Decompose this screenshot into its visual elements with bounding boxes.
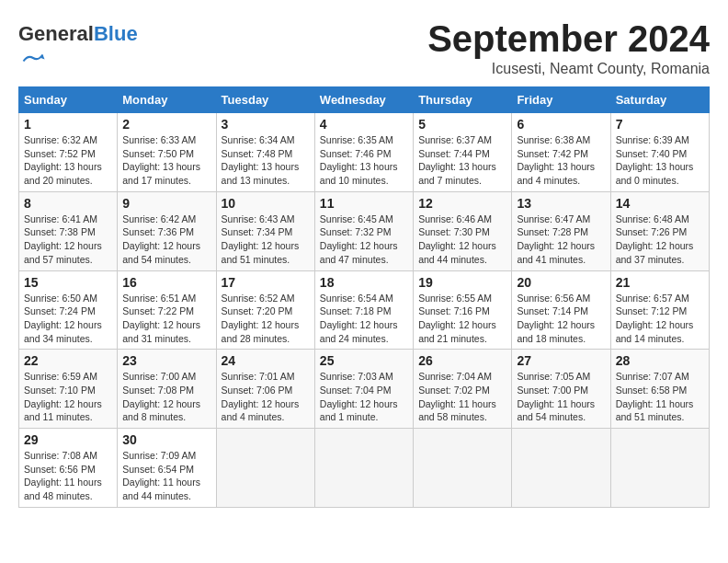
day-info: Sunrise: 6:59 AM Sunset: 7:10 PM Dayligh… xyxy=(24,370,112,424)
day-info: Sunrise: 6:54 AM Sunset: 7:18 PM Dayligh… xyxy=(320,292,408,346)
day-number: 16 xyxy=(122,275,210,290)
day-info: Sunrise: 6:42 AM Sunset: 7:36 PM Dayligh… xyxy=(122,213,210,267)
calendar-table: Sunday Monday Tuesday Wednesday Thursday… xyxy=(18,86,710,508)
day-info: Sunrise: 7:05 AM Sunset: 7:00 PM Dayligh… xyxy=(517,370,605,424)
day-info: Sunrise: 7:01 AM Sunset: 7:06 PM Dayligh… xyxy=(222,370,310,424)
table-cell: 7Sunrise: 6:39 AM Sunset: 7:40 PM Daylig… xyxy=(610,113,709,192)
table-cell: 8Sunrise: 6:41 AM Sunset: 7:38 PM Daylig… xyxy=(19,191,118,270)
logo-general-text: General xyxy=(18,22,94,45)
table-cell: 23Sunrise: 7:00 AM Sunset: 7:08 PM Dayli… xyxy=(118,350,216,429)
table-cell: 15Sunrise: 6:50 AM Sunset: 7:24 PM Dayli… xyxy=(19,270,118,350)
table-cell: 27Sunrise: 7:05 AM Sunset: 7:00 PM Dayli… xyxy=(512,350,610,429)
table-cell: 9Sunrise: 6:42 AM Sunset: 7:36 PM Daylig… xyxy=(118,191,216,270)
day-info: Sunrise: 6:57 AM Sunset: 7:12 PM Dayligh… xyxy=(616,292,704,346)
month-title: September 2024 xyxy=(427,18,710,59)
day-info: Sunrise: 6:35 AM Sunset: 7:46 PM Dayligh… xyxy=(320,133,408,188)
day-number: 24 xyxy=(222,353,310,368)
day-number: 27 xyxy=(517,353,605,368)
table-cell: 11Sunrise: 6:45 AM Sunset: 7:32 PM Dayli… xyxy=(314,191,413,270)
day-number: 11 xyxy=(320,196,408,211)
table-cell: 20Sunrise: 6:56 AM Sunset: 7:14 PM Dayli… xyxy=(512,270,610,350)
day-number: 29 xyxy=(24,432,112,447)
day-number: 30 xyxy=(122,432,210,447)
day-number: 18 xyxy=(320,275,408,290)
col-tuesday: Tuesday xyxy=(216,87,314,113)
day-number: 14 xyxy=(616,196,704,211)
day-info: Sunrise: 7:04 AM Sunset: 7:02 PM Dayligh… xyxy=(418,370,506,424)
table-cell xyxy=(314,429,413,508)
table-cell: 10Sunrise: 6:43 AM Sunset: 7:34 PM Dayli… xyxy=(216,191,314,270)
table-cell: 3Sunrise: 6:34 AM Sunset: 7:48 PM Daylig… xyxy=(216,113,314,192)
table-cell: 25Sunrise: 7:03 AM Sunset: 7:04 PM Dayli… xyxy=(314,350,413,429)
table-cell xyxy=(512,429,610,508)
table-cell: 26Sunrise: 7:04 AM Sunset: 7:02 PM Dayli… xyxy=(414,350,512,429)
day-number: 22 xyxy=(24,353,112,368)
day-number: 6 xyxy=(517,117,605,132)
table-cell: 2Sunrise: 6:33 AM Sunset: 7:50 PM Daylig… xyxy=(118,113,216,192)
table-cell: 6Sunrise: 6:38 AM Sunset: 7:42 PM Daylig… xyxy=(512,113,610,192)
table-cell: 30Sunrise: 7:09 AM Sunset: 6:54 PM Dayli… xyxy=(118,429,216,508)
col-sunday: Sunday xyxy=(19,87,118,113)
day-number: 10 xyxy=(222,196,310,211)
day-number: 20 xyxy=(517,275,605,290)
table-cell: 5Sunrise: 6:37 AM Sunset: 7:44 PM Daylig… xyxy=(414,113,512,192)
col-friday: Friday xyxy=(512,87,610,113)
table-cell xyxy=(216,429,314,508)
week-row-4: 22Sunrise: 6:59 AM Sunset: 7:10 PM Dayli… xyxy=(19,350,710,429)
day-number: 9 xyxy=(122,196,210,211)
day-number: 4 xyxy=(320,117,408,132)
day-info: Sunrise: 6:43 AM Sunset: 7:34 PM Dayligh… xyxy=(222,213,310,267)
table-cell: 4Sunrise: 6:35 AM Sunset: 7:46 PM Daylig… xyxy=(314,113,413,192)
day-info: Sunrise: 6:46 AM Sunset: 7:30 PM Dayligh… xyxy=(418,213,506,267)
day-info: Sunrise: 6:32 AM Sunset: 7:52 PM Dayligh… xyxy=(24,133,112,188)
day-number: 5 xyxy=(418,117,506,132)
day-info: Sunrise: 6:50 AM Sunset: 7:24 PM Dayligh… xyxy=(24,292,112,346)
table-cell: 14Sunrise: 6:48 AM Sunset: 7:26 PM Dayli… xyxy=(610,191,709,270)
table-cell: 29Sunrise: 7:08 AM Sunset: 6:56 PM Dayli… xyxy=(19,429,118,508)
table-cell: 13Sunrise: 6:47 AM Sunset: 7:28 PM Dayli… xyxy=(512,191,610,270)
table-cell: 28Sunrise: 7:07 AM Sunset: 6:58 PM Dayli… xyxy=(610,350,709,429)
day-number: 15 xyxy=(24,275,112,290)
day-info: Sunrise: 7:07 AM Sunset: 6:58 PM Dayligh… xyxy=(616,370,704,424)
title-area: September 2024 Icusesti, Neamt County, R… xyxy=(427,18,710,77)
day-info: Sunrise: 6:48 AM Sunset: 7:26 PM Dayligh… xyxy=(616,213,704,267)
table-cell: 18Sunrise: 6:54 AM Sunset: 7:18 PM Dayli… xyxy=(314,270,413,350)
col-wednesday: Wednesday xyxy=(314,87,413,113)
day-number: 3 xyxy=(222,117,310,132)
day-number: 13 xyxy=(517,196,605,211)
table-cell: 22Sunrise: 6:59 AM Sunset: 7:10 PM Dayli… xyxy=(19,350,118,429)
day-info: Sunrise: 7:03 AM Sunset: 7:04 PM Dayligh… xyxy=(320,370,408,424)
table-cell xyxy=(414,429,512,508)
logo: GeneralBlue xyxy=(18,23,138,75)
location-subtitle: Icusesti, Neamt County, Romania xyxy=(427,61,710,77)
day-number: 17 xyxy=(222,275,310,290)
day-info: Sunrise: 6:47 AM Sunset: 7:28 PM Dayligh… xyxy=(517,213,605,267)
day-number: 26 xyxy=(418,353,506,368)
table-cell: 21Sunrise: 6:57 AM Sunset: 7:12 PM Dayli… xyxy=(610,270,709,350)
day-number: 8 xyxy=(24,196,112,211)
table-cell: 17Sunrise: 6:52 AM Sunset: 7:20 PM Dayli… xyxy=(216,270,314,350)
table-cell xyxy=(610,429,709,508)
day-info: Sunrise: 6:38 AM Sunset: 7:42 PM Dayligh… xyxy=(517,133,605,188)
day-number: 7 xyxy=(616,117,704,132)
day-number: 2 xyxy=(122,117,210,132)
table-cell: 12Sunrise: 6:46 AM Sunset: 7:30 PM Dayli… xyxy=(414,191,512,270)
table-cell: 16Sunrise: 6:51 AM Sunset: 7:22 PM Dayli… xyxy=(118,270,216,350)
day-number: 25 xyxy=(320,353,408,368)
day-info: Sunrise: 7:08 AM Sunset: 6:56 PM Dayligh… xyxy=(24,449,112,503)
day-number: 23 xyxy=(122,353,210,368)
day-info: Sunrise: 6:55 AM Sunset: 7:16 PM Dayligh… xyxy=(418,292,506,346)
week-row-1: 1Sunrise: 6:32 AM Sunset: 7:52 PM Daylig… xyxy=(19,113,710,192)
header: GeneralBlue September 2024 Icusesti, Nea… xyxy=(18,18,710,77)
col-thursday: Thursday xyxy=(414,87,512,113)
day-info: Sunrise: 6:34 AM Sunset: 7:48 PM Dayligh… xyxy=(222,133,310,188)
day-number: 1 xyxy=(24,117,112,132)
logo-icon xyxy=(20,45,46,71)
day-number: 19 xyxy=(418,275,506,290)
day-info: Sunrise: 7:09 AM Sunset: 6:54 PM Dayligh… xyxy=(122,449,210,503)
day-info: Sunrise: 7:00 AM Sunset: 7:08 PM Dayligh… xyxy=(122,370,210,424)
calendar-header-row: Sunday Monday Tuesday Wednesday Thursday… xyxy=(19,87,710,113)
day-info: Sunrise: 6:52 AM Sunset: 7:20 PM Dayligh… xyxy=(222,292,310,346)
week-row-5: 29Sunrise: 7:08 AM Sunset: 6:56 PM Dayli… xyxy=(19,429,710,508)
day-info: Sunrise: 6:33 AM Sunset: 7:50 PM Dayligh… xyxy=(122,133,210,188)
